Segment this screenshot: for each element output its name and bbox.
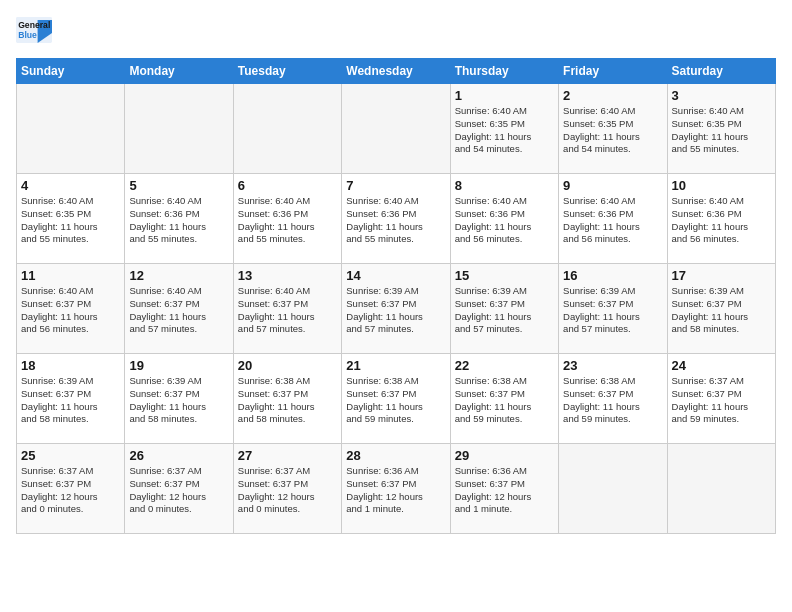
day-info: Sunrise: 6:40 AM Sunset: 6:36 PM Dayligh… [129, 195, 228, 246]
day-number: 23 [563, 358, 662, 373]
calendar-cell: 28Sunrise: 6:36 AM Sunset: 6:37 PM Dayli… [342, 444, 450, 534]
calendar-cell: 12Sunrise: 6:40 AM Sunset: 6:37 PM Dayli… [125, 264, 233, 354]
day-number: 15 [455, 268, 554, 283]
day-number: 11 [21, 268, 120, 283]
day-number: 9 [563, 178, 662, 193]
day-number: 16 [563, 268, 662, 283]
day-info: Sunrise: 6:40 AM Sunset: 6:36 PM Dayligh… [563, 195, 662, 246]
day-info: Sunrise: 6:39 AM Sunset: 6:37 PM Dayligh… [672, 285, 771, 336]
calendar-cell: 17Sunrise: 6:39 AM Sunset: 6:37 PM Dayli… [667, 264, 775, 354]
day-info: Sunrise: 6:40 AM Sunset: 6:35 PM Dayligh… [672, 105, 771, 156]
calendar-cell [233, 84, 341, 174]
day-number: 5 [129, 178, 228, 193]
weekday-header-cell: Saturday [667, 59, 775, 84]
day-info: Sunrise: 6:39 AM Sunset: 6:37 PM Dayligh… [563, 285, 662, 336]
calendar-cell: 13Sunrise: 6:40 AM Sunset: 6:37 PM Dayli… [233, 264, 341, 354]
calendar-week-row: 18Sunrise: 6:39 AM Sunset: 6:37 PM Dayli… [17, 354, 776, 444]
day-info: Sunrise: 6:40 AM Sunset: 6:36 PM Dayligh… [455, 195, 554, 246]
weekday-header-cell: Sunday [17, 59, 125, 84]
day-number: 4 [21, 178, 120, 193]
calendar-table: SundayMondayTuesdayWednesdayThursdayFrid… [16, 58, 776, 534]
day-number: 26 [129, 448, 228, 463]
day-info: Sunrise: 6:36 AM Sunset: 6:37 PM Dayligh… [455, 465, 554, 516]
svg-text:General: General [18, 20, 50, 30]
calendar-cell [17, 84, 125, 174]
calendar-cell [667, 444, 775, 534]
calendar-cell: 23Sunrise: 6:38 AM Sunset: 6:37 PM Dayli… [559, 354, 667, 444]
calendar-cell: 26Sunrise: 6:37 AM Sunset: 6:37 PM Dayli… [125, 444, 233, 534]
weekday-header-cell: Tuesday [233, 59, 341, 84]
day-number: 2 [563, 88, 662, 103]
day-number: 29 [455, 448, 554, 463]
day-info: Sunrise: 6:36 AM Sunset: 6:37 PM Dayligh… [346, 465, 445, 516]
logo-icon: General Blue [16, 16, 52, 44]
weekday-header-cell: Monday [125, 59, 233, 84]
day-number: 25 [21, 448, 120, 463]
day-number: 10 [672, 178, 771, 193]
weekday-header-cell: Wednesday [342, 59, 450, 84]
day-info: Sunrise: 6:37 AM Sunset: 6:37 PM Dayligh… [238, 465, 337, 516]
day-number: 19 [129, 358, 228, 373]
day-info: Sunrise: 6:37 AM Sunset: 6:37 PM Dayligh… [21, 465, 120, 516]
calendar-week-row: 1Sunrise: 6:40 AM Sunset: 6:35 PM Daylig… [17, 84, 776, 174]
day-number: 18 [21, 358, 120, 373]
day-info: Sunrise: 6:40 AM Sunset: 6:35 PM Dayligh… [563, 105, 662, 156]
page-header: General Blue [16, 16, 776, 46]
day-info: Sunrise: 6:39 AM Sunset: 6:37 PM Dayligh… [21, 375, 120, 426]
calendar-cell: 14Sunrise: 6:39 AM Sunset: 6:37 PM Dayli… [342, 264, 450, 354]
day-info: Sunrise: 6:40 AM Sunset: 6:37 PM Dayligh… [238, 285, 337, 336]
calendar-cell: 29Sunrise: 6:36 AM Sunset: 6:37 PM Dayli… [450, 444, 558, 534]
calendar-week-row: 4Sunrise: 6:40 AM Sunset: 6:35 PM Daylig… [17, 174, 776, 264]
calendar-cell: 22Sunrise: 6:38 AM Sunset: 6:37 PM Dayli… [450, 354, 558, 444]
calendar-cell: 1Sunrise: 6:40 AM Sunset: 6:35 PM Daylig… [450, 84, 558, 174]
day-info: Sunrise: 6:40 AM Sunset: 6:35 PM Dayligh… [455, 105, 554, 156]
calendar-cell: 25Sunrise: 6:37 AM Sunset: 6:37 PM Dayli… [17, 444, 125, 534]
calendar-cell: 11Sunrise: 6:40 AM Sunset: 6:37 PM Dayli… [17, 264, 125, 354]
day-number: 22 [455, 358, 554, 373]
day-number: 6 [238, 178, 337, 193]
calendar-cell: 18Sunrise: 6:39 AM Sunset: 6:37 PM Dayli… [17, 354, 125, 444]
day-info: Sunrise: 6:39 AM Sunset: 6:37 PM Dayligh… [129, 375, 228, 426]
calendar-cell: 27Sunrise: 6:37 AM Sunset: 6:37 PM Dayli… [233, 444, 341, 534]
calendar-cell [559, 444, 667, 534]
calendar-cell: 10Sunrise: 6:40 AM Sunset: 6:36 PM Dayli… [667, 174, 775, 264]
day-number: 14 [346, 268, 445, 283]
day-info: Sunrise: 6:37 AM Sunset: 6:37 PM Dayligh… [672, 375, 771, 426]
day-number: 20 [238, 358, 337, 373]
day-number: 24 [672, 358, 771, 373]
calendar-cell: 16Sunrise: 6:39 AM Sunset: 6:37 PM Dayli… [559, 264, 667, 354]
calendar-body: 1Sunrise: 6:40 AM Sunset: 6:35 PM Daylig… [17, 84, 776, 534]
calendar-cell: 15Sunrise: 6:39 AM Sunset: 6:37 PM Dayli… [450, 264, 558, 354]
calendar-cell: 2Sunrise: 6:40 AM Sunset: 6:35 PM Daylig… [559, 84, 667, 174]
day-info: Sunrise: 6:40 AM Sunset: 6:37 PM Dayligh… [129, 285, 228, 336]
day-info: Sunrise: 6:40 AM Sunset: 6:37 PM Dayligh… [21, 285, 120, 336]
weekday-header-cell: Friday [559, 59, 667, 84]
day-number: 3 [672, 88, 771, 103]
calendar-cell: 5Sunrise: 6:40 AM Sunset: 6:36 PM Daylig… [125, 174, 233, 264]
calendar-cell: 3Sunrise: 6:40 AM Sunset: 6:35 PM Daylig… [667, 84, 775, 174]
day-info: Sunrise: 6:40 AM Sunset: 6:36 PM Dayligh… [238, 195, 337, 246]
calendar-cell: 21Sunrise: 6:38 AM Sunset: 6:37 PM Dayli… [342, 354, 450, 444]
weekday-header-cell: Thursday [450, 59, 558, 84]
calendar-cell: 20Sunrise: 6:38 AM Sunset: 6:37 PM Dayli… [233, 354, 341, 444]
calendar-cell: 7Sunrise: 6:40 AM Sunset: 6:36 PM Daylig… [342, 174, 450, 264]
day-number: 8 [455, 178, 554, 193]
day-info: Sunrise: 6:40 AM Sunset: 6:35 PM Dayligh… [21, 195, 120, 246]
day-number: 12 [129, 268, 228, 283]
day-number: 1 [455, 88, 554, 103]
day-info: Sunrise: 6:38 AM Sunset: 6:37 PM Dayligh… [238, 375, 337, 426]
day-number: 13 [238, 268, 337, 283]
weekday-header-row: SundayMondayTuesdayWednesdayThursdayFrid… [17, 59, 776, 84]
day-info: Sunrise: 6:39 AM Sunset: 6:37 PM Dayligh… [346, 285, 445, 336]
day-info: Sunrise: 6:40 AM Sunset: 6:36 PM Dayligh… [672, 195, 771, 246]
day-number: 21 [346, 358, 445, 373]
day-info: Sunrise: 6:40 AM Sunset: 6:36 PM Dayligh… [346, 195, 445, 246]
day-number: 17 [672, 268, 771, 283]
day-info: Sunrise: 6:37 AM Sunset: 6:37 PM Dayligh… [129, 465, 228, 516]
day-number: 7 [346, 178, 445, 193]
logo: General Blue [16, 16, 52, 46]
calendar-week-row: 25Sunrise: 6:37 AM Sunset: 6:37 PM Dayli… [17, 444, 776, 534]
day-info: Sunrise: 6:38 AM Sunset: 6:37 PM Dayligh… [455, 375, 554, 426]
calendar-cell: 6Sunrise: 6:40 AM Sunset: 6:36 PM Daylig… [233, 174, 341, 264]
calendar-cell: 4Sunrise: 6:40 AM Sunset: 6:35 PM Daylig… [17, 174, 125, 264]
